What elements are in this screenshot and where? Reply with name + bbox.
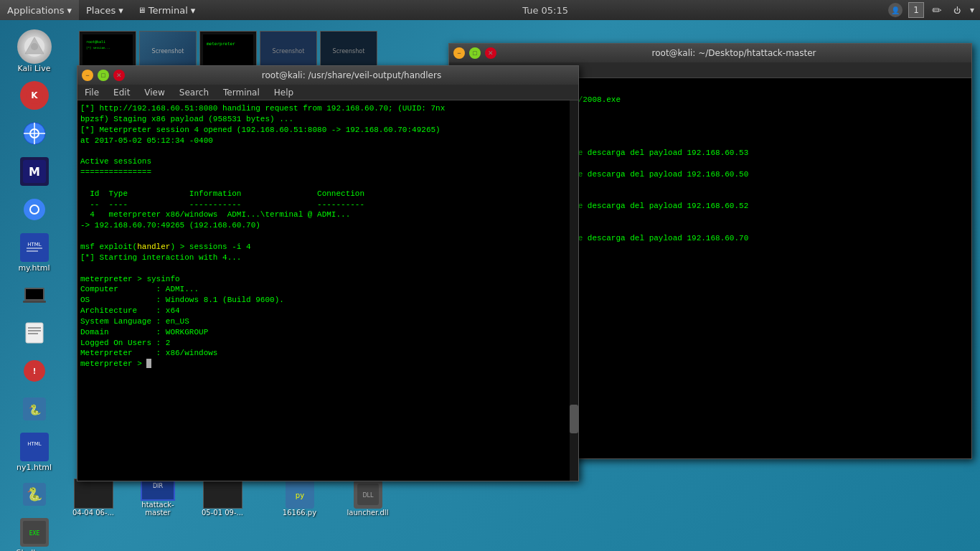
sidebar-item-python[interactable]: 🐍 xyxy=(6,392,63,427)
workspace-num[interactable]: 1 xyxy=(908,2,924,18)
terminal-label: Terminal xyxy=(149,5,188,16)
win1-menu-file[interactable]: File xyxy=(82,86,102,99)
win2-maximize-button[interactable]: □ xyxy=(469,47,481,59)
svg-text:HTML: HTML xyxy=(27,242,42,248)
pen-icon[interactable]: ✏ xyxy=(930,3,944,17)
win1-menu-view[interactable]: View xyxy=(141,86,167,99)
win1-menu-search[interactable]: Search xyxy=(176,86,212,99)
red2-icon: ! xyxy=(20,357,49,385)
win1-content[interactable]: [*] http://192.168.60.51:8080 handling r… xyxy=(77,100,578,481)
m-icon: M xyxy=(20,157,49,186)
ny1html-label: ny1.html xyxy=(17,463,52,472)
svg-text:DLL: DLL xyxy=(362,492,374,499)
sidebar-item-myhtml[interactable]: HTML my.html xyxy=(6,231,63,275)
svg-text:🐍: 🐍 xyxy=(27,486,43,502)
win1-minimize-button[interactable]: − xyxy=(82,70,93,81)
svg-text:DIR: DIR xyxy=(153,483,164,489)
file-16166py[interactable]: py 16166.py xyxy=(276,480,323,517)
places-menu[interactable]: Places ▾ xyxy=(79,0,131,20)
sidebar-item-app1[interactable]: K xyxy=(6,79,63,113)
svg-text:root@kali: root@kali xyxy=(86,39,105,44)
win1-close-button[interactable]: ✕ xyxy=(113,70,125,81)
win2-minimize-button[interactable]: − xyxy=(453,47,465,59)
terminal-menu[interactable]: 🖥 Terminal ▾ xyxy=(131,0,202,20)
file-screenshot-bottom2[interactable]: 05-01 09-... xyxy=(197,479,248,517)
svg-text:EXE: EXE xyxy=(29,530,39,537)
places-label: Places xyxy=(86,5,116,16)
win1-terminal-text: [*] http://192.168.60.51:8080 handling r… xyxy=(80,103,568,369)
svg-text:[*] session...: [*] session... xyxy=(86,46,110,50)
applications-menu[interactable]: Applications ▾ xyxy=(0,0,79,20)
win1-maximize-button[interactable]: □ xyxy=(98,70,109,81)
svg-rect-56 xyxy=(203,34,253,67)
terminal-icon-small: 🖥 xyxy=(138,6,146,15)
win1-menu-terminal[interactable]: Terminal xyxy=(220,86,263,99)
win1-title: root@kali: /usr/share/veil-output/handle… xyxy=(129,70,574,80)
svg-rect-22 xyxy=(28,333,38,334)
sidebar-item-red2[interactable]: ! xyxy=(6,354,63,389)
ny1html-icon: HTML xyxy=(20,433,49,461)
svg-text:K: K xyxy=(31,90,38,100)
svg-rect-27 xyxy=(23,435,46,458)
sidebar-item-m[interactable]: M xyxy=(6,155,63,189)
topbar: Applications ▾ Places ▾ 🖥 Terminal ▾ Tue… xyxy=(0,0,980,20)
svg-text:meterpreter: meterpreter xyxy=(207,41,235,47)
sidebar-item-python2[interactable]: 🐍 xyxy=(6,478,63,512)
svg-text:HTML: HTML xyxy=(27,441,42,447)
kali-logo xyxy=(17,29,52,64)
network-icon[interactable]: 👤 xyxy=(888,3,903,17)
svg-rect-18 xyxy=(23,301,46,303)
topbar-right: 👤 1 ✏ ⏻ ▾ xyxy=(888,2,980,18)
topbar-clock: Tue 05:15 xyxy=(202,5,888,16)
sidebar-item-browser[interactable] xyxy=(6,117,63,151)
power-arrow: ▾ xyxy=(970,5,974,15)
applications-arrow: ▾ xyxy=(67,5,72,16)
svg-rect-21 xyxy=(28,330,41,331)
win1-scrollbar[interactable] xyxy=(570,100,578,481)
svg-rect-17 xyxy=(26,289,43,299)
browser2-icon xyxy=(20,195,49,224)
svg-text:🐍: 🐍 xyxy=(28,404,41,416)
sidebar-item-kali-live[interactable]: Kali Live xyxy=(6,27,63,75)
file1-icon xyxy=(20,319,49,347)
svg-text:M: M xyxy=(29,165,40,179)
sidebar-item-shellexe[interactable]: EXE Shell.exe xyxy=(6,516,63,551)
browser-icon xyxy=(20,119,49,148)
launcherdll-icon: DLL xyxy=(354,480,382,509)
sidebar-item-file1[interactable] xyxy=(6,316,63,351)
win2-titlebar[interactable]: − □ ✕ root@kali: ~/Desktop/htattack-mast… xyxy=(449,44,971,62)
win1-scrollbar-thumb[interactable] xyxy=(570,405,578,433)
terminal-arrow: ▾ xyxy=(191,5,196,16)
myhtml-label: my.html xyxy=(18,263,50,273)
python2-icon: 🐍 xyxy=(20,480,49,509)
svg-rect-15 xyxy=(27,250,38,252)
sidebar-item-browser2[interactable] xyxy=(6,193,63,227)
file-launcherdll[interactable]: DLL launcher.dll xyxy=(344,480,391,517)
svg-point-10 xyxy=(24,199,45,220)
app1-icon: K xyxy=(20,81,49,110)
kali-live-label: Kali Live xyxy=(18,64,51,73)
win1-menu-help[interactable]: Help xyxy=(271,86,296,99)
svg-text:py: py xyxy=(295,491,303,499)
power-icon[interactable]: ⏻ xyxy=(950,3,964,17)
shellexe-icon: EXE xyxy=(20,518,49,547)
file-screenshot-bottom1[interactable]: 04-04 06-... xyxy=(68,479,118,517)
16166py-icon: py xyxy=(286,480,314,509)
veil-handlers-window: − □ ✕ root@kali: /usr/share/veil-output/… xyxy=(77,65,579,481)
shellexe-label: Shell.exe xyxy=(17,548,52,551)
sidebar-item-ny1html[interactable]: HTML ny1.html xyxy=(6,430,63,474)
applications-label: Applications xyxy=(7,5,64,16)
win1-titlebar[interactable]: − □ ✕ root@kali: /usr/share/veil-output/… xyxy=(77,66,578,85)
win2-close-button[interactable]: ✕ xyxy=(485,47,496,59)
sidebar-item-laptop[interactable] xyxy=(6,278,63,313)
svg-point-1 xyxy=(31,43,38,50)
svg-rect-14 xyxy=(27,248,42,249)
desktop: HCK Kali Live K xyxy=(0,20,980,551)
win1-menubar: File Edit View Search Terminal Help xyxy=(77,85,578,100)
myhtml-icon: HTML xyxy=(20,233,49,262)
python-icon: 🐍 xyxy=(20,395,49,423)
sidebar: Kali Live K M HTML my. xyxy=(0,20,68,551)
win1-menu-edit[interactable]: Edit xyxy=(110,86,133,99)
svg-rect-20 xyxy=(28,327,41,329)
svg-text:!: ! xyxy=(32,367,36,375)
